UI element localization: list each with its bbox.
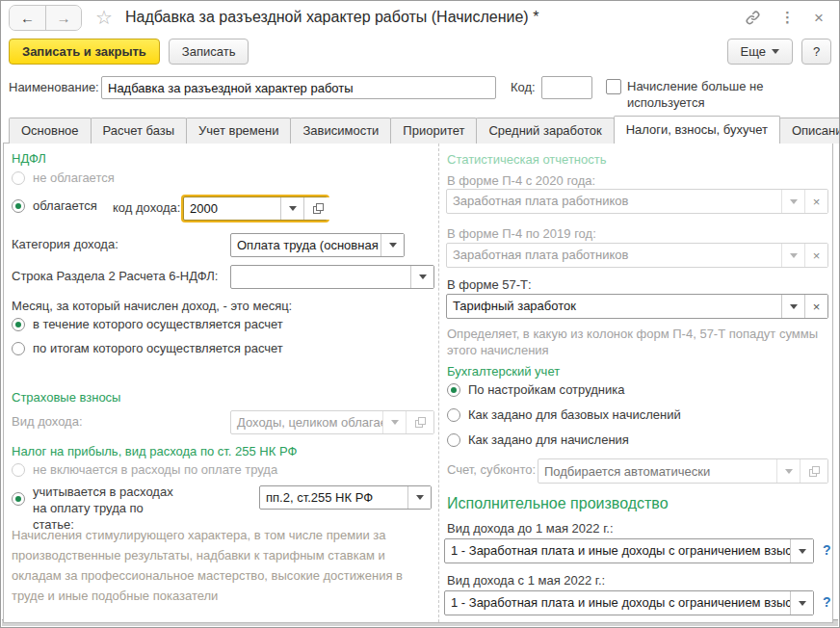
open-form-icon (406, 411, 433, 433)
radio-accounting-accrual[interactable]: Как задано для начисления (447, 432, 629, 447)
dropdown-caret-icon[interactable] (410, 266, 433, 288)
income-category-value: Оплата труда (основная н (231, 234, 381, 256)
account-input (538, 459, 776, 483)
insurance-income-type-value: Доходы, целиком облагаем (231, 411, 382, 433)
more-button-label: Еще (741, 44, 766, 59)
tab-raschet-bazy[interactable]: Расчет базы (91, 118, 188, 144)
tab-content: НДФЛ не облагается облагается код дохода… (3, 143, 833, 623)
radio-profit-included[interactable] (12, 492, 25, 506)
help-button[interactable]: ? (801, 39, 831, 65)
inactive-checkbox-label[interactable]: Начисление больше не используется (627, 78, 793, 111)
clear-icon[interactable]: × (804, 295, 827, 318)
app-window: ← → ☆ Надбавка за разъездной характер ра… (0, 0, 840, 628)
income-code-combo[interactable] (183, 196, 328, 221)
radio-accounting-employee-label: По настройкам сотрудника (468, 382, 624, 397)
radio-taxed[interactable]: облагается (12, 198, 97, 213)
income-category-combo[interactable]: Оплата труда (основная н (230, 233, 405, 257)
tab-strip: Основное Расчет базы Учет времени Зависи… (3, 117, 837, 144)
kebab-menu-icon[interactable]: ⋮ (780, 9, 795, 26)
radio-icon (447, 433, 460, 447)
ndfl-section-header: НДФЛ (12, 151, 46, 166)
line-6ndfl-value (231, 266, 410, 288)
tab-opisanie[interactable]: Описание (779, 118, 840, 144)
p4-2020-label: В форме П-4 с 2020 года: (447, 173, 595, 188)
income-category-label: Категория дохода: (12, 237, 118, 251)
radio-selected-icon (12, 199, 25, 213)
chevron-down-icon (772, 49, 779, 54)
f57t-label: В форме 57-Т: (447, 277, 532, 292)
save-and-close-button[interactable]: Записать и закрыть (9, 39, 160, 65)
nav-button-group: ← → (9, 5, 82, 31)
tab-sredniy-zarabotok[interactable]: Средний заработок (476, 118, 614, 144)
link-icon[interactable] (745, 10, 761, 26)
dropdown-caret-icon[interactable] (381, 234, 404, 256)
profit-tax-note: Начисления стимулирующего характера, в т… (12, 525, 424, 606)
enforcement-before-label: Вид дохода до 1 мая 2022 г.: (447, 521, 614, 536)
tab-zavisimosti[interactable]: Зависимости (290, 118, 391, 144)
dropdown-caret-icon[interactable] (790, 591, 813, 615)
radio-icon (12, 463, 25, 477)
dropdown-caret-icon (776, 459, 800, 483)
forward-icon[interactable]: → (45, 6, 81, 30)
tab-prioritet[interactable]: Приоритет (390, 118, 477, 144)
income-code-label: код дохода: (113, 200, 180, 215)
close-icon[interactable]: × (814, 10, 824, 26)
tab-uchet-vremeni[interactable]: Учет времени (186, 118, 291, 144)
dropdown-caret-icon[interactable] (407, 486, 431, 509)
radio-icon (12, 171, 25, 185)
title-bar: ← → ☆ Надбавка за разъездной характер ра… (1, 1, 839, 34)
help-link[interactable]: ? (823, 594, 831, 610)
enforcement-section-header: Исполнительное производство (447, 495, 669, 512)
profit-article-value: пп.2, ст.255 НК РФ (260, 486, 407, 509)
dropdown-caret-icon[interactable] (790, 539, 813, 563)
right-panel: Статистическая отчетность В форме П-4 с … (438, 144, 832, 622)
enforcement-after-value: 1 - Заработная плата и иные доходы с огр… (445, 591, 790, 615)
code-input[interactable] (541, 76, 592, 99)
dropdown-caret-icon[interactable] (280, 197, 303, 220)
radio-accounting-employee[interactable]: По настройкам сотрудника (447, 382, 624, 397)
radio-icon (447, 408, 460, 422)
profit-tax-section-header: Налог на прибыль, вид расхода по ст. 255… (12, 444, 297, 458)
p4-2019-value: Заработная плата работников (447, 244, 781, 267)
radio-accounting-base[interactable]: Как задано для базовых начислений (447, 407, 681, 422)
open-form-icon (800, 459, 827, 483)
dropdown-caret-icon[interactable] (781, 295, 804, 318)
code-label: Код: (511, 80, 536, 94)
more-button[interactable]: Еще (727, 39, 793, 65)
page-title: Надбавка за разъездной характер работы (… (125, 9, 538, 26)
left-panel: НДФЛ не облагается облагается код дохода… (4, 144, 438, 622)
tab-osnovnoe[interactable]: Основное (9, 118, 92, 144)
insurance-section-header: Страховые взносы (12, 390, 120, 405)
inactive-checkbox[interactable] (606, 79, 621, 94)
enforcement-before-value: 1 - Заработная плата и иные доходы с огр… (445, 539, 790, 563)
f57t-combo[interactable]: Тарифный заработок × (446, 294, 828, 319)
enforcement-after-combo[interactable]: 1 - Заработная плата и иные доходы с огр… (444, 590, 814, 615)
enforcement-before-combo[interactable]: 1 - Заработная плата и иные доходы с огр… (444, 538, 814, 563)
radio-month-after[interactable]: по итогам которого осуществляется расчет (12, 341, 283, 355)
favorite-star-icon[interactable]: ☆ (95, 6, 113, 29)
accounting-section-header: Бухгалтерский учет (447, 364, 560, 379)
dropdown-caret-icon (781, 190, 804, 213)
tab-nalogi-vznosy-buhuchet[interactable]: Налоги, взносы, бухучет (614, 116, 780, 144)
insurance-income-type-combo: Доходы, целиком облагаем (230, 410, 434, 434)
save-button[interactable]: Записать (169, 39, 249, 65)
open-form-icon[interactable] (303, 197, 331, 220)
income-code-input[interactable] (184, 197, 280, 220)
month-label: Месяц, за который начислен доход, - это … (12, 299, 292, 313)
radio-selected-icon (12, 492, 25, 506)
line-6ndfl-combo[interactable] (230, 265, 434, 289)
clear-icon: × (804, 244, 827, 267)
name-input[interactable] (101, 76, 496, 99)
toolbar: Записать и закрыть Записать Еще ? (1, 37, 839, 65)
radio-selected-icon (447, 383, 460, 397)
account-label: Счет, субконто: (447, 462, 536, 477)
insurance-income-type-label: Вид дохода: (12, 414, 83, 429)
radio-icon (12, 342, 25, 355)
back-icon[interactable]: ← (10, 6, 45, 30)
help-link[interactable]: ? (823, 542, 831, 558)
radio-profit-excluded: не включается в расходы по оплате труда (12, 462, 277, 477)
profit-article-combo[interactable]: пп.2, ст.255 НК РФ (259, 485, 432, 510)
radio-not-taxed: не облагается (12, 170, 115, 185)
radio-month-during[interactable]: в течение которого осуществляется расчет (12, 317, 283, 331)
f57t-value: Тарифный заработок (447, 295, 781, 318)
